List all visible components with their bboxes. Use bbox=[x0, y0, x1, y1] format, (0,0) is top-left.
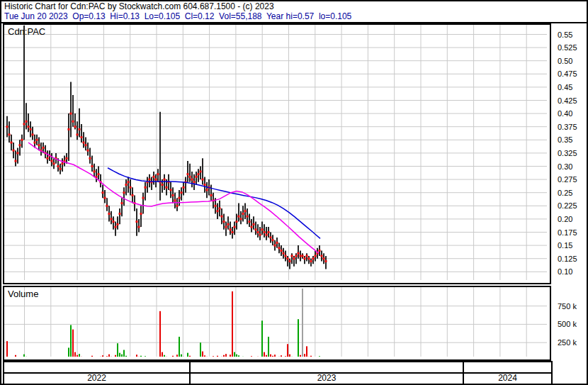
volume-bars-group bbox=[6, 289, 327, 357]
price-chart-svg bbox=[4, 25, 547, 280]
price-tick-label: 0.30 bbox=[558, 162, 572, 171]
x-axis-month-row bbox=[4, 362, 551, 374]
symbol-label: Cdn:PAC bbox=[8, 26, 45, 37]
chart-title: Historic Chart for Cdn:PAC by Stockwatch… bbox=[4, 2, 274, 11]
price-tick-label: 0.20 bbox=[558, 215, 572, 223]
year-label-2022: 2022 bbox=[4, 374, 191, 384]
volume-panel-label: Volume bbox=[8, 289, 38, 299]
month-cell-2024 bbox=[464, 362, 551, 372]
price-tick-label: 0.525 bbox=[558, 43, 577, 52]
price-tick-label: 0.275 bbox=[558, 175, 577, 184]
price-grid bbox=[4, 25, 547, 280]
volume-grid bbox=[4, 287, 547, 357]
month-cell-2022 bbox=[4, 362, 191, 372]
quote-summary: Tue Jun 20 2023 Op=0.13 Hi=0.13 Lo=0.105… bbox=[4, 12, 351, 21]
volume-tick-label: 250 k bbox=[558, 338, 577, 347]
price-tick-label: 0.50 bbox=[558, 57, 572, 65]
volume-axis-labels: 750 k500 k250 k bbox=[554, 286, 588, 361]
year-label-2024: 2024 bbox=[464, 374, 551, 384]
volume-panel: Volume bbox=[3, 286, 551, 361]
x-axis-strip: 2022 2023 2024 bbox=[3, 361, 553, 385]
month-cell-2023 bbox=[191, 362, 464, 372]
price-tick-label: 0.10 bbox=[558, 267, 572, 276]
price-tick-label: 0.175 bbox=[558, 228, 577, 237]
price-tick-label: 0.225 bbox=[558, 201, 577, 210]
year-label-2023: 2023 bbox=[191, 374, 464, 384]
volume-tick-label: 500 k bbox=[558, 320, 577, 328]
price-tick-label: 0.25 bbox=[558, 189, 572, 197]
price-tick-label: 0.40 bbox=[558, 109, 572, 118]
price-tick-label: 0.35 bbox=[558, 135, 572, 144]
volume-tick-label: 750 k bbox=[558, 302, 577, 311]
price-tick-label: 0.55 bbox=[558, 30, 572, 39]
price-axis-labels: 0.550.5250.500.4750.450.4250.400.3750.35… bbox=[554, 23, 588, 284]
price-tick-label: 0.125 bbox=[558, 255, 577, 263]
x-axis-year-row: 2022 2023 2024 bbox=[4, 374, 551, 384]
stock-chart-window: Historic Chart for Cdn:PAC by Stockwatch… bbox=[0, 0, 588, 385]
price-tick-label: 0.15 bbox=[558, 241, 572, 250]
price-tick-label: 0.45 bbox=[558, 83, 572, 91]
price-tick-label: 0.325 bbox=[558, 149, 577, 157]
price-tick-label: 0.475 bbox=[558, 69, 577, 78]
price-tick-label: 0.425 bbox=[558, 96, 577, 105]
price-panel: Cdn:PAC bbox=[3, 23, 551, 284]
candles-group bbox=[6, 26, 327, 269]
price-tick-label: 0.375 bbox=[558, 123, 577, 131]
volume-chart-svg bbox=[4, 287, 547, 357]
ma-fast-line bbox=[28, 143, 319, 253]
title-bar: Historic Chart for Cdn:PAC by Stockwatch… bbox=[1, 1, 587, 23]
